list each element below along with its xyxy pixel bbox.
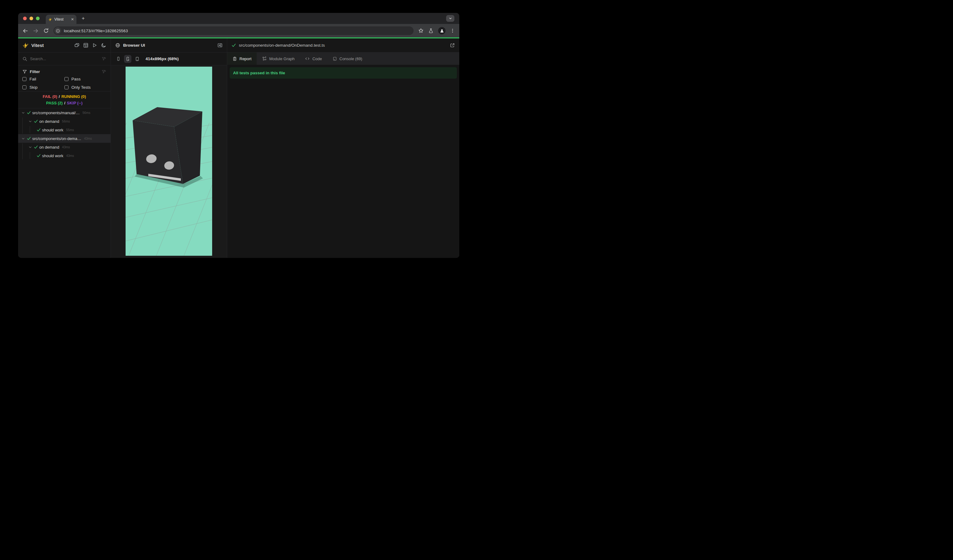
checkbox-icon [64, 77, 68, 81]
tested-app-viewport[interactable] [126, 67, 212, 256]
filter-checkbox-pass[interactable]: Pass [64, 77, 107, 81]
file-header: src/components/on-demand/OnDemand.test.t… [227, 38, 459, 53]
duration: 56ms [62, 119, 70, 123]
filter-checkbox-fail[interactable]: Fail [22, 77, 64, 81]
experiments-flask-icon[interactable] [428, 28, 433, 34]
checkbox-icon [22, 77, 26, 81]
running-count: RUNNING (0) [61, 94, 86, 99]
device-preview-area [111, 65, 227, 258]
test-summary: FAIL (0)/RUNNING (0) PASS (2)/SKIP (--) [18, 92, 110, 109]
search-input[interactable] [30, 56, 99, 61]
tree-file-row-selected[interactable]: src/components/on-dema… 43ms [18, 134, 110, 143]
pass-check-icon [27, 110, 31, 115]
code-icon [305, 56, 310, 61]
duration: 43ms [84, 137, 92, 140]
tab-module-graph[interactable]: Module Graph [257, 53, 300, 65]
tab-close-icon[interactable]: ✕ [71, 17, 74, 21]
reload-button[interactable] [43, 28, 49, 34]
browser-ui-title: Browser UI [123, 43, 214, 48]
pass-check-icon [27, 137, 31, 141]
skip-count: SKIP (--) [67, 101, 82, 105]
device-tablet-icon[interactable] [133, 55, 141, 63]
new-tab-button[interactable]: + [80, 16, 86, 22]
viewport-size-label: 414x896px (68%) [146, 56, 178, 61]
chevron-down-icon[interactable] [21, 111, 25, 115]
duration: 56ms [82, 111, 90, 115]
checkbox-icon [22, 85, 26, 89]
vitest-ui: Vitest [18, 38, 459, 258]
url-text: localhost:5173/#/?file=1828625563 [64, 29, 128, 33]
vitest-favicon-icon [48, 17, 52, 22]
report-content: All tests passed in this file [227, 65, 459, 258]
browser-titlebar: Vitest ✕ + [18, 13, 459, 24]
browser-ui-panel: Browser UI 414x896px (68%) [111, 38, 227, 258]
pass-check-icon [37, 154, 41, 158]
close-window-button[interactable] [23, 17, 27, 20]
tab-title: Vitest [54, 17, 69, 22]
chevron-down-icon[interactable] [21, 137, 25, 141]
robot-cube [133, 107, 203, 188]
browser-tab[interactable]: Vitest ✕ [46, 15, 76, 24]
file-path: src/components/on-demand/OnDemand.test.t… [239, 43, 447, 48]
clear-search-filter-icon[interactable] [102, 56, 106, 61]
browser-toolbar: localhost:5173/#/?file=1828625563 [18, 24, 459, 37]
vitest-logo-icon [22, 42, 29, 48]
tab-report[interactable]: Report [227, 53, 257, 65]
sidebar-header: Vitest [18, 38, 110, 53]
filter-checkbox-skip[interactable]: Skip [22, 85, 64, 90]
device-toolbar: 414x896px (68%) [111, 53, 227, 65]
open-in-editor-icon[interactable] [450, 43, 455, 48]
sidebar: Vitest [18, 38, 111, 258]
toggle-panels-icon[interactable] [74, 43, 79, 48]
globe-icon [115, 43, 120, 48]
fail-count: FAIL (0) [43, 94, 57, 99]
tree-test-row[interactable]: should work 55ms [18, 126, 110, 134]
chevron-down-icon[interactable] [28, 145, 33, 149]
desktop: Vitest ✕ + localhost:5173/# [0, 0, 476, 280]
report-icon [233, 56, 237, 61]
pass-count: PASS (2) [46, 101, 63, 105]
filter-checkbox-only-tests[interactable]: Only Tests [64, 85, 107, 90]
pass-check-icon [37, 128, 41, 132]
chevron-down-icon [449, 17, 452, 20]
tree-suite-row[interactable]: on demand 43ms [18, 143, 110, 151]
filter-title: Filter [30, 70, 99, 74]
duration: 43ms [66, 154, 74, 158]
dark-mode-moon-icon[interactable] [101, 43, 106, 48]
dock-panel-right-icon[interactable] [217, 43, 223, 48]
minimize-window-button[interactable] [29, 17, 33, 20]
bookmark-star-icon[interactable] [418, 28, 424, 34]
chevron-down-icon[interactable] [28, 119, 33, 123]
run-all-icon[interactable] [92, 43, 97, 48]
browser-ui-header: Browser UI [111, 38, 227, 53]
tab-code[interactable]: Code [300, 53, 327, 65]
pass-check-icon [34, 145, 38, 149]
browser-menu-icon[interactable] [450, 28, 455, 33]
filter-funnel-icon [22, 70, 27, 74]
pass-check-icon [34, 119, 38, 123]
tab-console[interactable]: Console (69) [327, 53, 368, 65]
module-graph-icon [262, 56, 267, 61]
checkbox-icon [64, 85, 68, 89]
search-row [18, 53, 110, 65]
tree-file-row[interactable]: src/components/manual/… 56ms [18, 109, 110, 117]
tree-test-row[interactable]: should work 43ms [18, 151, 110, 160]
clear-filter-icon[interactable] [102, 70, 106, 74]
console-icon [332, 56, 337, 61]
forward-button[interactable] [33, 28, 39, 34]
address-bar[interactable]: localhost:5173/#/?file=1828625563 [53, 26, 414, 35]
file-pass-check-icon [231, 43, 236, 48]
zoom-window-button[interactable] [36, 17, 40, 20]
back-button[interactable] [22, 28, 28, 34]
duration: 55ms [66, 128, 74, 132]
profile-avatar[interactable] [438, 27, 445, 34]
device-phone-add-icon[interactable] [124, 55, 131, 63]
tab-search-button[interactable] [446, 15, 455, 22]
report-panel: src/components/on-demand/OnDemand.test.t… [227, 38, 459, 258]
all-tests-passed-banner: All tests passed in this file [230, 67, 457, 79]
filter-section: Filter Fail Pass [18, 65, 110, 92]
device-phone-small-icon[interactable] [115, 55, 122, 63]
site-info-icon[interactable] [54, 27, 61, 34]
tree-suite-row[interactable]: on demand 56ms [18, 117, 110, 126]
dashboard-icon[interactable] [83, 43, 88, 48]
